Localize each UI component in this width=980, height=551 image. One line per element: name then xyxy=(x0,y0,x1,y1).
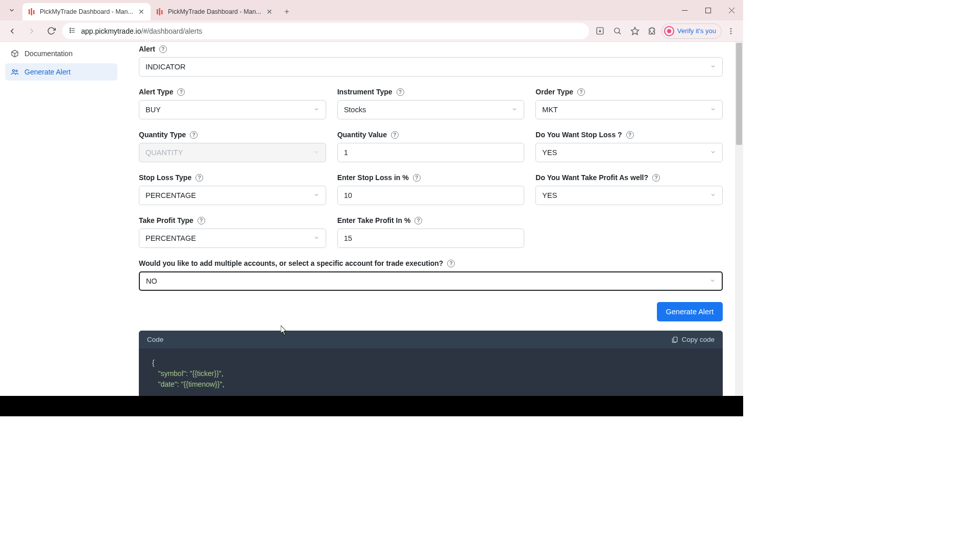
chevron-down-icon xyxy=(313,106,320,114)
chevron-down-icon xyxy=(313,191,320,199)
chevron-down-icon xyxy=(511,106,518,114)
address-bar[interactable]: app.pickmytrade.io/#/dashboard/alerts xyxy=(62,23,589,39)
browser-tab-inactive[interactable]: PickMyTrade Dashboard - Man... ✕ xyxy=(151,3,279,20)
want-stop-loss-select[interactable]: YES xyxy=(535,143,723,162)
quantity-type-label: Quantity Type? xyxy=(139,131,326,139)
stop-loss-type-select[interactable]: PERCENTAGE xyxy=(139,186,326,205)
chevron-down-icon xyxy=(709,277,716,285)
verify-identity-button[interactable]: Verify it's you xyxy=(662,23,722,39)
extensions-icon[interactable] xyxy=(644,23,660,39)
instrument-type-select[interactable]: Stocks xyxy=(337,100,525,119)
chevron-down-icon xyxy=(710,63,716,71)
help-icon[interactable]: ? xyxy=(414,217,422,224)
tab-title: PickMyTrade Dashboard - Man... xyxy=(40,8,133,15)
install-app-icon[interactable] xyxy=(592,23,608,39)
maximize-button[interactable] xyxy=(696,0,720,20)
close-window-button[interactable] xyxy=(720,0,743,20)
svg-rect-5 xyxy=(161,10,163,14)
favicon-icon xyxy=(156,8,164,16)
code-content: { "symbol": "{{ticker}}", "date": "{{tim… xyxy=(139,348,723,396)
alert-type-label: Alert Type? xyxy=(139,88,326,96)
sidebar-item-documentation[interactable]: Documentation xyxy=(5,45,117,62)
code-block: Code Copy code { "symbol": "{{ticker}}",… xyxy=(139,331,723,396)
multiple-accounts-select[interactable]: NO xyxy=(139,271,723,291)
quantity-value-label: Quantity Value? xyxy=(337,131,525,139)
tab-close-button[interactable]: ✕ xyxy=(137,8,145,16)
reload-button[interactable] xyxy=(43,23,59,39)
chevron-down-icon xyxy=(710,148,716,157)
zoom-icon[interactable] xyxy=(609,23,626,39)
site-info-icon[interactable] xyxy=(68,27,76,36)
minimize-button[interactable] xyxy=(673,0,696,20)
cube-icon xyxy=(10,49,19,58)
sidebar: Documentation Generate Alert xyxy=(0,42,122,396)
svg-rect-4 xyxy=(159,8,160,15)
svg-rect-7 xyxy=(705,8,710,13)
svg-point-10 xyxy=(70,30,71,31)
profile-avatar-icon xyxy=(664,26,674,36)
chevron-down-icon xyxy=(710,106,716,114)
svg-rect-3 xyxy=(157,9,158,14)
enter-stop-loss-input[interactable] xyxy=(337,186,525,205)
tab-search-button[interactable] xyxy=(3,2,20,19)
tab-close-button[interactable]: ✕ xyxy=(265,8,274,16)
svg-rect-2 xyxy=(33,10,35,14)
take-profit-type-select[interactable]: PERCENTAGE xyxy=(139,229,326,248)
alert-type-select[interactable]: BUY xyxy=(139,100,326,119)
help-icon[interactable]: ? xyxy=(198,217,205,224)
copy-code-button[interactable]: Copy code xyxy=(671,336,715,343)
instrument-type-label: Instrument Type? xyxy=(337,88,525,96)
bottom-black-bar xyxy=(0,396,743,416)
help-icon[interactable]: ? xyxy=(626,131,634,139)
code-title: Code xyxy=(147,336,163,343)
main-content: Alert ? INDICATOR Alert Type? BUY Instru… xyxy=(122,42,743,396)
users-icon xyxy=(10,67,19,77)
favicon-icon xyxy=(28,8,36,16)
back-button[interactable] xyxy=(4,23,20,39)
scrollbar-thumb[interactable] xyxy=(736,43,742,145)
svg-point-22 xyxy=(730,30,732,32)
enter-take-profit-label: Enter Take Profit In %? xyxy=(337,216,525,224)
copy-label: Copy code xyxy=(681,336,715,343)
browser-tab-active[interactable]: PickMyTrade Dashboard - Man... ✕ xyxy=(22,3,151,20)
svg-point-25 xyxy=(12,69,14,71)
help-icon[interactable]: ? xyxy=(391,131,399,139)
help-icon[interactable]: ? xyxy=(190,131,198,139)
help-icon[interactable]: ? xyxy=(177,88,185,96)
take-profit-type-label: Take Profit Type? xyxy=(139,216,326,224)
bookmark-icon[interactable] xyxy=(627,23,643,39)
want-stop-loss-label: Do You Want Stop Loss ?? xyxy=(535,131,723,139)
forward-button[interactable] xyxy=(23,23,40,39)
help-icon[interactable]: ? xyxy=(159,45,167,53)
svg-point-18 xyxy=(615,28,620,33)
browser-tab-strip: PickMyTrade Dashboard - Man... ✕ PickMyT… xyxy=(0,0,743,20)
stop-loss-type-label: Stop Loss Type? xyxy=(139,173,326,182)
svg-point-23 xyxy=(730,33,732,34)
alert-label: Alert ? xyxy=(139,45,723,53)
help-icon[interactable]: ? xyxy=(577,88,585,96)
want-take-profit-select[interactable]: YES xyxy=(535,186,723,205)
help-icon[interactable]: ? xyxy=(652,174,660,182)
verify-label: Verify it's you xyxy=(677,27,716,35)
svg-rect-0 xyxy=(29,9,30,14)
new-tab-button[interactable]: + xyxy=(280,5,294,19)
svg-rect-27 xyxy=(674,337,677,341)
svg-point-26 xyxy=(16,70,17,71)
alert-select[interactable]: INDICATOR xyxy=(139,57,723,77)
quantity-type-select: QUANTITY xyxy=(139,143,326,162)
svg-point-14 xyxy=(70,32,71,33)
help-icon[interactable]: ? xyxy=(447,260,455,267)
order-type-label: Order Type? xyxy=(535,88,723,96)
help-icon[interactable]: ? xyxy=(397,88,404,96)
help-icon[interactable]: ? xyxy=(413,174,421,182)
generate-alert-button[interactable]: Generate Alert xyxy=(657,302,723,321)
browser-menu-button[interactable] xyxy=(723,23,739,39)
sidebar-item-generate-alert[interactable]: Generate Alert xyxy=(5,63,117,81)
enter-take-profit-input[interactable] xyxy=(337,229,525,248)
chevron-down-icon xyxy=(313,234,320,242)
svg-rect-1 xyxy=(31,8,33,15)
order-type-select[interactable]: MKT xyxy=(535,100,723,119)
svg-point-21 xyxy=(730,28,732,30)
help-icon[interactable]: ? xyxy=(195,174,203,182)
quantity-value-input[interactable] xyxy=(337,143,525,162)
